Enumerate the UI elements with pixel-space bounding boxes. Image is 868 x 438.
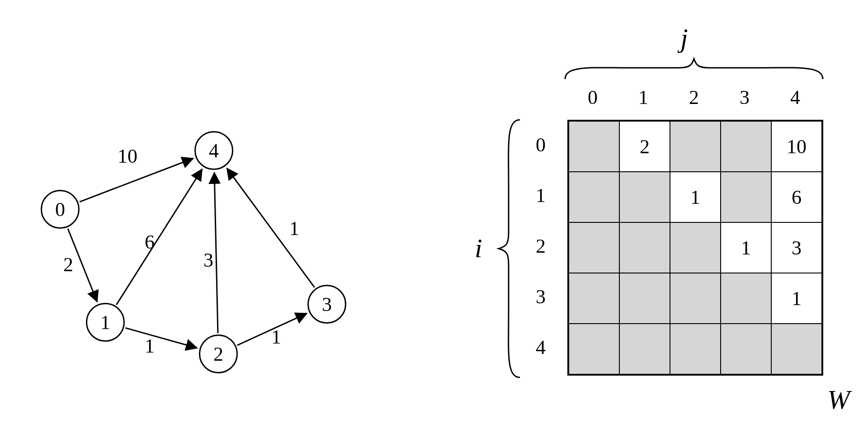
weight-matrix: j 01234 i 01234 21016131 W bbox=[475, 27, 850, 425]
cell-1-2: 1 bbox=[670, 172, 721, 222]
cell-3-4: 1 bbox=[771, 273, 822, 324]
graph: 1026131101234 bbox=[27, 104, 398, 393]
cell-3-2 bbox=[670, 273, 721, 324]
cell-2-3: 1 bbox=[721, 222, 771, 273]
col-header-1: 1 bbox=[618, 86, 669, 109]
cell-2-2 bbox=[670, 222, 721, 273]
cell-1-0 bbox=[569, 172, 619, 222]
cell-1-1 bbox=[619, 172, 670, 222]
edge-weight-2-4: 3 bbox=[203, 249, 213, 272]
col-header-3: 3 bbox=[719, 86, 770, 109]
matrix-grid: 21016131 bbox=[567, 120, 823, 376]
cell-4-3 bbox=[721, 324, 771, 374]
edge-3-4 bbox=[227, 168, 315, 287]
node-3: 3 bbox=[307, 285, 346, 324]
cell-2-4: 3 bbox=[771, 222, 822, 273]
cell-1-3 bbox=[721, 172, 771, 222]
row-header-2: 2 bbox=[518, 221, 558, 272]
edge-weight-0-4: 10 bbox=[118, 145, 137, 168]
col-header-2: 2 bbox=[669, 86, 719, 109]
edge-weight-1-4: 6 bbox=[145, 231, 155, 254]
edge-weight-0-1: 2 bbox=[63, 253, 73, 276]
node-0: 0 bbox=[41, 190, 80, 229]
node-label: 4 bbox=[209, 139, 219, 162]
edge-weight-3-4: 1 bbox=[289, 217, 299, 240]
edge-weight-2-3: 1 bbox=[271, 325, 281, 349]
row-header-0: 0 bbox=[518, 120, 558, 170]
cell-2-0 bbox=[569, 222, 619, 273]
row-header-1: 1 bbox=[518, 170, 558, 221]
node-label: 1 bbox=[100, 311, 110, 334]
cell-0-4: 10 bbox=[771, 121, 822, 172]
cell-4-1 bbox=[619, 324, 670, 374]
node-2: 2 bbox=[199, 334, 238, 373]
row-header-3: 3 bbox=[518, 272, 558, 322]
row-header-4: 4 bbox=[518, 322, 558, 373]
cell-0-0 bbox=[569, 121, 619, 172]
node-label: 3 bbox=[322, 293, 332, 316]
node-label: 2 bbox=[213, 343, 223, 366]
cell-4-0 bbox=[569, 324, 619, 374]
node-1: 1 bbox=[86, 303, 125, 342]
node-label: 0 bbox=[55, 198, 65, 221]
cell-3-1 bbox=[619, 273, 670, 324]
col-headers: 01234 bbox=[567, 86, 821, 109]
cell-4-4 bbox=[771, 324, 822, 374]
node-4: 4 bbox=[194, 131, 233, 170]
cell-0-1: 2 bbox=[619, 121, 670, 172]
edge-weight-1-2: 1 bbox=[145, 334, 155, 358]
col-axis-label: j bbox=[680, 23, 688, 54]
row-headers: 01234 bbox=[518, 120, 558, 373]
cell-1-4: 6 bbox=[771, 172, 822, 222]
col-header-4: 4 bbox=[770, 86, 821, 109]
cell-2-1 bbox=[619, 222, 670, 273]
edge-1-2 bbox=[125, 328, 197, 348]
cell-0-2 bbox=[670, 121, 721, 172]
cell-0-3 bbox=[721, 121, 771, 172]
cell-3-3 bbox=[721, 273, 771, 324]
cell-4-2 bbox=[670, 324, 721, 374]
edge-1-4 bbox=[117, 169, 202, 305]
col-brace bbox=[563, 57, 825, 81]
matrix-name-label: W bbox=[827, 384, 850, 415]
row-axis-label: i bbox=[475, 233, 482, 264]
cell-3-0 bbox=[569, 273, 619, 324]
col-header-0: 0 bbox=[567, 86, 618, 109]
edge-2-4 bbox=[214, 173, 218, 333]
